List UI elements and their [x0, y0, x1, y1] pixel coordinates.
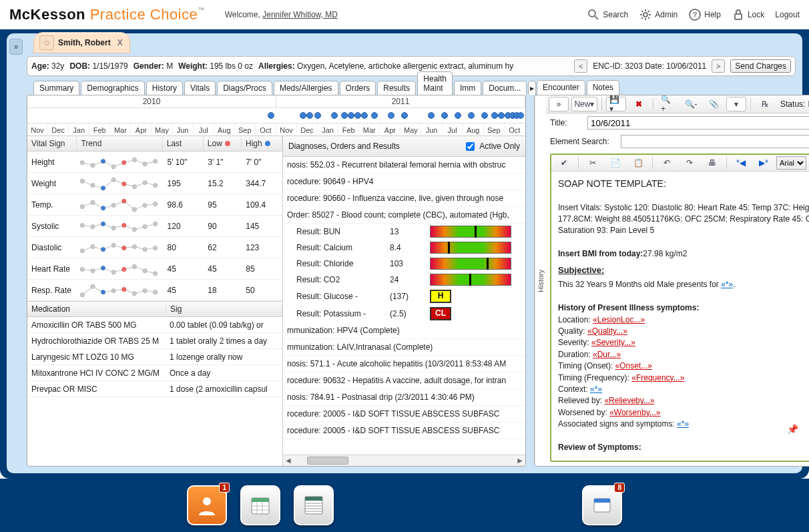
search-button[interactable]: Search	[587, 8, 628, 21]
prev-field-icon[interactable]: *◀	[731, 156, 751, 170]
template-slot[interactable]: «*»	[721, 280, 733, 289]
tab-summary[interactable]: Summary	[33, 81, 79, 95]
cut-icon[interactable]: ✂	[583, 156, 603, 170]
diag-row[interactable]: rocedure: 20005 - I&D SOFT TISSUE ABSCES…	[283, 423, 525, 439]
undo-icon[interactable]: ↶	[657, 156, 677, 170]
tab-notes[interactable]: Notes	[587, 80, 619, 95]
encounter-prev-button[interactable]: <	[574, 59, 587, 73]
medication-row[interactable]: Mitoxantrone HCl IV CONC 2 MG/MOnce a da…	[27, 365, 282, 381]
dock-calendar-button[interactable]	[240, 485, 280, 525]
help-button[interactable]: ? Help	[688, 8, 721, 21]
tab-meds-allergies[interactable]: Meds/Allergies	[274, 81, 338, 95]
col-last[interactable]: Last	[163, 136, 204, 151]
rx-button[interactable]: ℞	[755, 97, 775, 111]
result-row[interactable]: Result: CO224	[283, 272, 525, 288]
diag-row[interactable]: rocedure: 90632 - Hepatitis A vaccine, a…	[283, 372, 525, 389]
encounter-dot[interactable]	[354, 112, 361, 119]
send-charges-button[interactable]: Send Charges	[730, 59, 791, 73]
diag-row[interactable]: nosis: 571.1 - Acute alcoholic hepatitis…	[283, 356, 525, 372]
save-note-button[interactable]: 💾▾	[606, 97, 626, 111]
result-row[interactable]: Result: BUN13	[283, 224, 525, 240]
note-title-input[interactable]	[587, 116, 809, 129]
active-only-input[interactable]	[466, 142, 475, 151]
encounter-next-button[interactable]: >	[712, 59, 725, 73]
editor-content[interactable]: SOAP NOTE TEMPLATE: Insert Vitals: Systo…	[551, 172, 809, 461]
lock-button[interactable]: Lock	[732, 8, 764, 21]
medication-row[interactable]: Amoxicillin OR TABS 500 MG0.00 tablet (0…	[27, 317, 282, 333]
vital-row[interactable]: Systolic12090145	[27, 216, 282, 237]
result-row[interactable]: Result: Potassium -(2.5)CL	[283, 305, 525, 322]
template-slot[interactable]: «Relieveby...»	[604, 396, 654, 405]
col-medication[interactable]: Medication	[27, 304, 166, 314]
redo-icon[interactable]: ↷	[680, 156, 700, 170]
col-high[interactable]: High	[242, 136, 282, 151]
diag-row[interactable]: nosis: 784.91 - Postnasal drip (2/3/2011…	[283, 389, 525, 406]
vital-row[interactable]: Weight19515.2344.7	[27, 173, 282, 194]
template-slot[interactable]: «Onset...»	[615, 361, 652, 370]
encounter-dot[interactable]	[388, 112, 394, 119]
vital-row[interactable]: Diastolic8062123	[27, 237, 282, 258]
encounter-dot[interactable]	[371, 112, 378, 119]
zoom-out-button[interactable]: 🔍-	[681, 97, 701, 111]
vital-row[interactable]: Resp. Rate451850	[27, 280, 282, 301]
encounter-dot[interactable]	[306, 112, 313, 119]
tab-demographics[interactable]: Demographics	[81, 81, 144, 95]
diag-row[interactable]: rocedure: 90660 - Influenza vaccine, liv…	[283, 190, 525, 207]
horizontal-scrollbar[interactable]: ◄ ►	[283, 455, 525, 466]
patient-tab[interactable]: ☺ Smith, Robert X	[33, 32, 130, 53]
template-slot[interactable]: «Dur...»	[593, 350, 621, 359]
col-low[interactable]: Low	[204, 136, 242, 151]
element-search-input[interactable]	[621, 135, 809, 148]
timeline[interactable]: 20102011 NovDecJanFebMarAprMayJunJulAugS…	[27, 95, 525, 136]
encounter-dot[interactable]	[491, 112, 498, 119]
template-slot[interactable]: «Frequency...»	[631, 373, 684, 382]
medication-row[interactable]: Laryngesic MT LOZG 10 MG1 lozenge orally…	[27, 349, 282, 365]
template-slot[interactable]: «*»	[590, 384, 602, 394]
encounter-dot[interactable]	[314, 112, 321, 119]
dock-patient-button[interactable]: 1	[187, 485, 227, 525]
diag-row[interactable]: rocedure: 90649 - HPV4	[283, 174, 525, 190]
diag-row[interactable]: mmunization: HPV4 (Complete)	[283, 322, 525, 339]
result-row[interactable]: Result: Calcium8.4	[283, 240, 525, 256]
vital-row[interactable]: Height5' 10"3' 1"7' 0"	[27, 152, 282, 173]
more-dropdown[interactable]: ▾	[726, 97, 746, 111]
scroll-thumb[interactable]	[307, 457, 348, 465]
spellcheck-icon[interactable]: ✔	[554, 156, 574, 170]
new-note-dropdown[interactable]: New ▾	[571, 97, 597, 111]
tab-results[interactable]: Results	[377, 81, 416, 95]
diag-row[interactable]: rocedure: 20005 - I&D SOFT TISSUE ABSCES…	[283, 406, 525, 423]
tab-diags-procs[interactable]: Diags/Procs	[217, 81, 272, 95]
encounter-dot[interactable]	[331, 112, 338, 119]
font-select[interactable]: Arial	[776, 156, 806, 170]
col-sig[interactable]: Sig	[166, 304, 282, 314]
vital-row[interactable]: Heart Rate454585	[27, 258, 282, 280]
admin-button[interactable]: Admin	[639, 8, 678, 21]
diag-row[interactable]: Order: 85027 - Blood count; complete (CB…	[283, 207, 525, 224]
template-slot[interactable]: «Worsenby...»	[609, 408, 660, 417]
tab-orders[interactable]: Orders	[340, 81, 376, 95]
current-user-link[interactable]: Jennifer Whitlow, MD	[262, 10, 338, 19]
scroll-left-icon[interactable]: ◄	[283, 456, 294, 465]
encounter-dot[interactable]	[348, 112, 354, 119]
col-vital-sign[interactable]: Vital Sign	[27, 136, 77, 151]
encounter-dot[interactable]	[428, 112, 435, 119]
attachment-button[interactable]: 📎	[704, 97, 724, 111]
copy-icon[interactable]: 📄	[605, 156, 625, 170]
print-icon[interactable]: 🖶	[702, 156, 722, 170]
dock-schedule-button[interactable]	[294, 485, 334, 525]
template-slot[interactable]: «*»	[677, 419, 689, 429]
encounter-dot[interactable]	[300, 112, 306, 119]
encounter-dot[interactable]	[517, 112, 524, 119]
template-slot[interactable]: «LesionLoc...»	[593, 315, 645, 324]
medication-row[interactable]: Prevpac OR MISC1 dose (2 amoxicillin cap…	[27, 381, 282, 397]
tab-health-maint[interactable]: Health Maint	[417, 71, 453, 95]
encounter-dot[interactable]	[441, 112, 448, 119]
close-patient-tab-button[interactable]: X	[117, 38, 123, 47]
tab-imm[interactable]: Imm	[454, 81, 481, 95]
encounter-dot[interactable]	[341, 112, 348, 119]
vital-row[interactable]: Temp.98.695109.4	[27, 194, 282, 216]
next-field-icon[interactable]: ▶*	[754, 156, 774, 170]
encounter-dot[interactable]	[401, 112, 408, 119]
paste-icon[interactable]: 📋	[628, 156, 648, 170]
encounter-dot[interactable]	[455, 112, 461, 119]
